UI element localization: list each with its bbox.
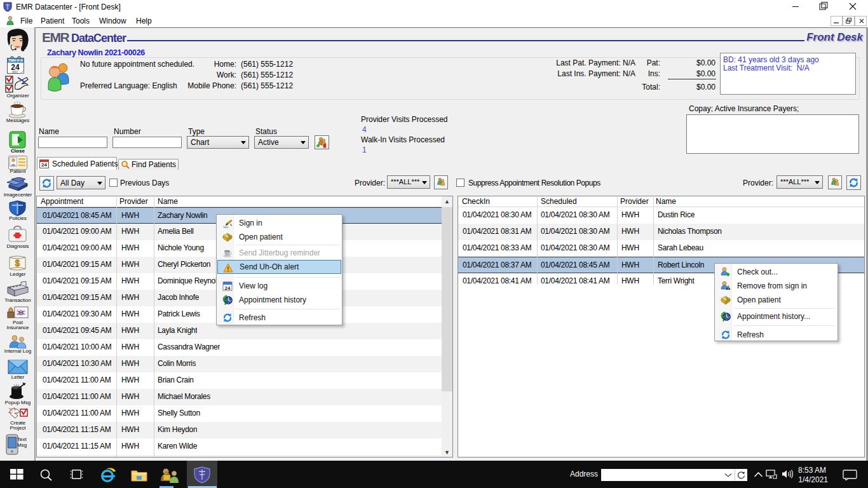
svg-text:24: 24 <box>41 162 47 168</box>
svg-text:MAY: MAY <box>12 71 18 74</box>
svg-text:24: 24 <box>225 285 231 291</box>
svg-text:$: $ <box>15 258 20 268</box>
svg-text:TM: TM <box>9 58 14 62</box>
